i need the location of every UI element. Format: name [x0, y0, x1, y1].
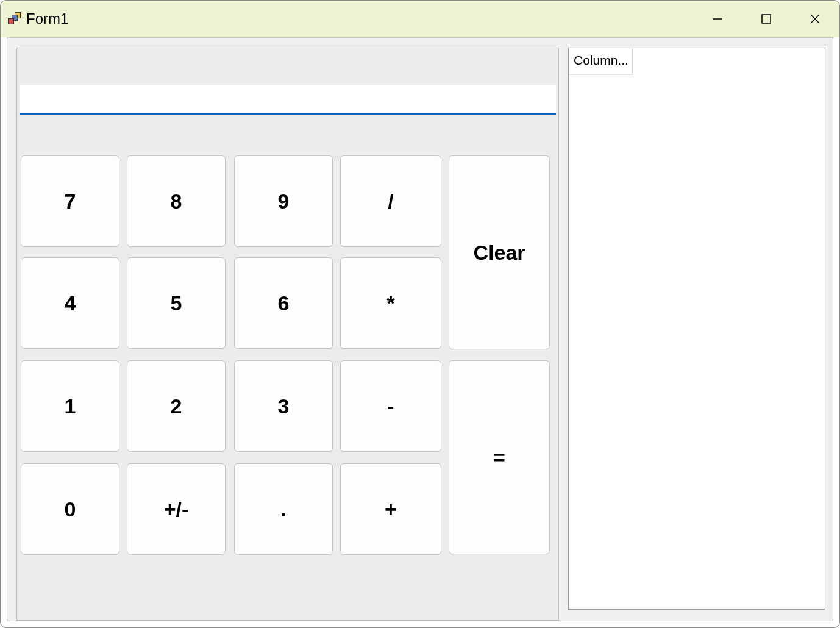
svg-rect-1 — [762, 15, 771, 23]
minimize-button[interactable] — [693, 1, 742, 37]
key-4[interactable]: 4 — [21, 257, 119, 349]
key-8[interactable]: 8 — [127, 155, 226, 247]
key-7[interactable]: 7 — [21, 155, 119, 247]
key-6[interactable]: 6 — [234, 257, 333, 349]
key-sign[interactable]: +/- — [127, 463, 226, 555]
key-3[interactable]: 3 — [234, 360, 333, 452]
keypad: 7 8 9 / 4 5 6 * Clear 1 2 3 - 0 +/- . + … — [17, 155, 558, 620]
key-decimal[interactable]: . — [234, 463, 333, 555]
app-icon — [8, 12, 21, 26]
client-area: 7 8 9 / 4 5 6 * Clear 1 2 3 - 0 +/- . + … — [7, 37, 833, 621]
maximize-button[interactable] — [742, 1, 791, 37]
titlebar[interactable]: Form1 — [1, 1, 839, 37]
display-area — [17, 48, 558, 152]
key-add[interactable]: + — [340, 463, 441, 555]
app-window: Form1 7 8 9 / 4 5 6 — [0, 0, 840, 628]
key-2[interactable]: 2 — [127, 360, 226, 452]
key-5[interactable]: 5 — [127, 257, 226, 349]
close-button[interactable] — [791, 1, 839, 37]
history-column-header[interactable]: Column... — [569, 48, 633, 75]
key-0[interactable]: 0 — [21, 463, 119, 555]
calculator-panel: 7 8 9 / 4 5 6 * Clear 1 2 3 - 0 +/- . + … — [16, 48, 559, 621]
key-clear[interactable]: Clear — [449, 155, 550, 349]
history-header: Column... — [569, 48, 825, 75]
maximize-icon — [760, 13, 772, 25]
close-icon — [809, 13, 821, 25]
key-9[interactable]: 9 — [234, 155, 333, 247]
key-subtract[interactable]: - — [340, 360, 441, 452]
key-equals[interactable]: = — [449, 360, 550, 554]
history-panel[interactable]: Column... — [568, 48, 825, 610]
minimize-icon — [711, 13, 724, 25]
key-multiply[interactable]: * — [340, 257, 441, 349]
display-input[interactable] — [20, 85, 556, 115]
key-1[interactable]: 1 — [21, 360, 119, 452]
key-divide[interactable]: / — [340, 155, 441, 247]
window-title: Form1 — [26, 10, 68, 27]
window-controls — [693, 1, 839, 37]
